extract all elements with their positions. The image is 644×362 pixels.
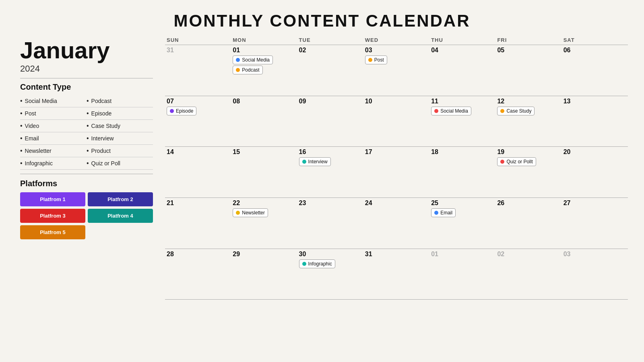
content-type-item: Interview <box>87 132 153 145</box>
content-type-item: Episode <box>87 107 153 120</box>
day-number: 05 <box>497 47 560 54</box>
content-type-item: Product <box>87 145 153 157</box>
day-number: 27 <box>564 200 626 207</box>
content-type-item: Infographic <box>20 157 87 170</box>
day-number: 20 <box>564 148 626 156</box>
day-number: 01 <box>431 251 494 258</box>
event-dot <box>434 211 438 215</box>
content-type-item: Newsletter <box>20 145 87 157</box>
content-type-item: Podcast <box>87 95 153 107</box>
event-label: Quiz or Pollt <box>506 159 533 165</box>
day-number: 21 <box>167 200 229 207</box>
event-label: Episode <box>176 108 193 114</box>
year-label: 2024 <box>20 64 153 74</box>
calendar-cell: 30Infographic <box>297 249 363 300</box>
calendar-cell: 20 <box>562 147 628 198</box>
event-dot <box>368 58 372 62</box>
day-number: 12 <box>497 98 560 105</box>
calendar-cell: 19Quiz or Pollt <box>495 147 561 198</box>
calendar-cell: 16Interview <box>297 147 363 198</box>
day-header: MON <box>231 35 297 45</box>
calendar-cell: 09 <box>297 96 363 147</box>
calendar-header: SUNMONTUEWEDTHUFRISAT <box>165 35 628 45</box>
calendar-grid: 3101Social MediaPodcast0203Post04050607E… <box>165 45 628 351</box>
event-tag[interactable]: Case Study <box>497 107 535 115</box>
event-tag[interactable]: Infographic <box>299 259 335 268</box>
calendar-cell: 26 <box>495 198 561 249</box>
calendar-cell: 28 <box>165 249 231 300</box>
day-number: 31 <box>365 251 428 258</box>
day-number: 22 <box>233 200 295 207</box>
day-header: SUN <box>165 35 231 45</box>
platform-button-p5[interactable]: Platfrom 5 <box>20 225 85 239</box>
event-label: Social Media <box>440 108 468 114</box>
event-tag[interactable]: Interview <box>299 157 331 166</box>
calendar-cell: 23 <box>297 198 363 249</box>
platform-button-p4[interactable]: Platfrom 4 <box>88 209 153 223</box>
day-number: 26 <box>497 200 560 207</box>
day-number: 06 <box>564 47 626 54</box>
calendar-cell: 14 <box>165 147 231 198</box>
platform-button-p3[interactable]: Platfrom 3 <box>20 209 85 223</box>
event-tag[interactable]: Podcast <box>233 66 262 74</box>
calendar-cell: 02 <box>495 249 561 300</box>
day-number: 19 <box>497 148 560 156</box>
event-tag[interactable]: Post <box>365 56 387 64</box>
calendar-cell: 24 <box>363 198 429 249</box>
calendar-cell: 07Episode <box>165 96 231 147</box>
content-type-grid: Social MediaPodcastPostEpisodeVideoCase … <box>20 95 153 170</box>
event-label: Podcast <box>242 67 259 73</box>
content-type-heading: Content Type <box>20 82 153 92</box>
event-tag[interactable]: Newsletter <box>233 208 268 217</box>
calendar-cell: 12Case Study <box>495 96 561 147</box>
calendar-cell: 04 <box>429 45 495 96</box>
event-tag[interactable]: Episode <box>167 107 196 115</box>
content-type-item: Email <box>20 132 87 145</box>
calendar-cell: 22Newsletter <box>231 198 297 249</box>
event-label: Case Study <box>506 108 531 114</box>
event-tag[interactable]: Email <box>431 208 456 217</box>
day-number: 03 <box>365 47 428 54</box>
content-type-item: Quiz or Poll <box>87 157 153 170</box>
day-number: 11 <box>431 98 494 105</box>
calendar-cell: 31 <box>363 249 429 300</box>
day-number: 18 <box>431 148 494 156</box>
calendar-cell: 02 <box>297 45 363 96</box>
event-tag[interactable]: Quiz or Pollt <box>497 157 536 166</box>
calendar-cell: 01 <box>429 249 495 300</box>
day-header: TUE <box>297 35 363 45</box>
day-header: SAT <box>562 35 628 45</box>
page-title: MONTHLY CONTENT CALENDAR <box>173 11 470 31</box>
calendar-cell: 01Social MediaPodcast <box>231 45 297 96</box>
event-dot <box>236 211 240 215</box>
calendar-cell: 10 <box>363 96 429 147</box>
day-number: 31 <box>167 47 229 54</box>
day-number: 02 <box>299 47 362 54</box>
content-type-item: Post <box>20 107 87 120</box>
platform-button-p1[interactable]: Platfrom 1 <box>20 192 85 206</box>
day-number: 07 <box>167 98 229 105</box>
calendar-cell: 31 <box>165 45 231 96</box>
day-number: 03 <box>564 251 626 258</box>
day-header: FRI <box>495 35 561 45</box>
event-tag[interactable]: Social Media <box>233 56 273 64</box>
event-dot <box>302 262 306 266</box>
day-number: 13 <box>564 98 626 105</box>
calendar-cell: 25Email <box>429 198 495 249</box>
day-number: 15 <box>233 148 295 156</box>
calendar-cell: 18 <box>429 147 495 198</box>
event-label: Email <box>440 210 452 216</box>
event-dot <box>434 109 438 113</box>
event-tag[interactable]: Social Media <box>431 107 471 115</box>
event-dot <box>500 160 504 164</box>
day-number: 28 <box>167 251 229 258</box>
day-number: 08 <box>233 98 295 105</box>
calendar-cell: 05 <box>495 45 561 96</box>
platforms-grid: Platfrom 1Platfrom 2Platfrom 3Platfrom 4… <box>20 192 153 239</box>
calendar-cell: 27 <box>562 198 628 249</box>
platform-button-p2[interactable]: Platfrom 2 <box>88 192 153 206</box>
day-number: 23 <box>299 200 362 207</box>
calendar-cell: 17 <box>363 147 429 198</box>
calendar-cell: 03Post <box>363 45 429 96</box>
day-number: 17 <box>365 148 428 156</box>
